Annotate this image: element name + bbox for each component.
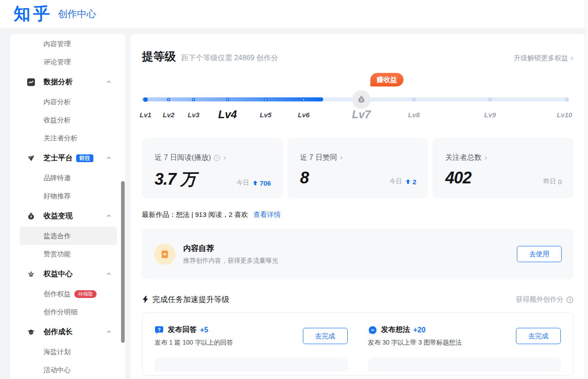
sidebar-section-label: 数据分析 [44, 77, 73, 87]
sidebar-item-content-manage[interactable]: 内容管理 [19, 35, 117, 53]
help-circle-icon[interactable]: ? [214, 154, 220, 161]
sidebar-section-label: 权益中心 [44, 269, 73, 279]
level-label-lv2: Lv2 [163, 111, 175, 119]
main-panel: 提等级 距下个等级仅需 24869 创作分 升级解锁更多权益 › 赚收益 ¥ L… [131, 34, 585, 379]
svg-text:?: ? [158, 327, 161, 332]
task-points: +20 [413, 326, 426, 334]
upgrade-link[interactable]: 升级解锁更多权益 › [514, 54, 573, 62]
sidebar-item-label: 品牌特邀 [44, 174, 71, 182]
level-label-lv7: Lv7 [352, 108, 370, 121]
sidebar-section-data-analysis[interactable]: 数据分析 [10, 71, 125, 93]
content-recommend-icon [154, 244, 175, 265]
question-circle-icon[interactable]: ? [564, 296, 573, 303]
sidebar-item-salt-select[interactable]: 盐选合作 [19, 227, 117, 245]
task-title: 发布回答 [168, 325, 197, 335]
money-bag-icon: ¥ [27, 212, 35, 220]
latest-work-row: 最新作品：想法 | 913 阅读，2 喜欢 查看详情 [142, 211, 573, 219]
page-title: 提等级 [142, 49, 176, 64]
level-label-lv8: Lv8 [408, 111, 420, 119]
sidebar-section-rights-center[interactable]: 权益中心 [10, 263, 125, 285]
task-panel: ? 发布回答 +5 发布 1 篇 100 字以上的回答 去完成 ∞ 发布想法 [142, 312, 573, 376]
svg-text:?: ? [569, 297, 571, 302]
grad-cap-icon [27, 328, 35, 336]
sidebar-item-creation-score-detail[interactable]: 创作分明细 [19, 303, 117, 321]
stat-value: 402 [445, 168, 471, 187]
sidebar-scrollbar-thumb[interactable] [121, 181, 125, 343]
task-points: +5 [200, 326, 208, 334]
sidebar-item-creation-rights[interactable]: 创作权益 待领取 [19, 285, 117, 303]
sidebar-item-label: 内容管理 [44, 40, 71, 48]
sidebar-item-revenue-analysis[interactable]: 收益分析 [19, 111, 117, 129]
earn-income-badge: 赚收益 [370, 73, 403, 86]
sidebar-item-label: 创作分明细 [44, 308, 78, 317]
go-complete-button[interactable]: 去完成 [516, 328, 561, 344]
page-scrollbar[interactable] [585, 0, 588, 379]
stat-card-upvotes[interactable]: 近 7 日赞同 › 8 今日 2 [287, 138, 428, 198]
level-subtitle: 距下个等级仅需 24869 创作分 [181, 53, 278, 63]
level-label-lv6: Lv6 [298, 111, 310, 119]
sidebar-item-content-analysis[interactable]: 内容分析 [19, 93, 117, 111]
view-details-link[interactable]: 查看详情 [253, 211, 281, 219]
sidebar-item-comment-manage[interactable]: 评论管理 [19, 53, 117, 71]
go-badge[interactable]: 前往 [76, 154, 93, 162]
chevron-up-icon[interactable] [106, 79, 112, 85]
sidebar-item-goods-recommend[interactable]: 好物推荐 [19, 187, 117, 205]
upgrade-link-label: 升级解锁更多权益 [514, 54, 568, 62]
sidebar-item-follower-analysis[interactable]: 关注者分析 [19, 129, 117, 147]
task-section-header: 完成任务加速提升等级 获得额外创作分 ? [142, 294, 573, 305]
level-label-lv5: Lv5 [260, 111, 272, 119]
sidebar-item-brand-invite[interactable]: 品牌特邀 [19, 169, 117, 187]
level-dot-lv6 [302, 98, 306, 101]
latest-work-text: 最新作品：想法 | 913 阅读，2 喜欢 [142, 211, 248, 219]
sidebar-section-creator-growth[interactable]: 创作成长 [10, 321, 125, 343]
level-dot-lv4 [226, 98, 229, 101]
delta-label: 今日 [389, 178, 402, 186]
chevron-up-icon[interactable] [106, 155, 112, 161]
sidebar-section-label: 芝士平台 [44, 154, 73, 163]
level-label-lv10: Lv10 [557, 111, 572, 119]
svg-text:∞: ∞ [371, 327, 374, 332]
flower-icon [27, 270, 35, 278]
sidebar-section-label: 收益变现 [44, 211, 73, 221]
stat-cards: 近 7 日阅读(播放) ? › 3.7 万 今日 706 近 7 日赞同 [142, 138, 573, 198]
sidebar-item-label: 评论管理 [44, 58, 71, 67]
chevron-right-icon: › [223, 154, 226, 162]
stat-card-title: 近 7 日阅读(播放) [155, 153, 211, 163]
stat-card-followers[interactable]: 关注者总数 › 402 昨日 0 [432, 138, 573, 198]
sidebar-section-monetization[interactable]: ¥ 收益变现 [10, 205, 125, 227]
arrow-up-icon [405, 179, 411, 184]
stat-value: 8 [300, 168, 309, 187]
delta-value: 706 [260, 179, 271, 187]
sidebar-item-reward-feature[interactable]: 赞赏功能 [19, 245, 117, 263]
top-header: 知乎 创作中心 [0, 0, 588, 29]
level-dot-lv5 [264, 98, 267, 101]
level-dot-lv9 [488, 97, 492, 101]
chart-icon [27, 78, 35, 86]
chevron-up-icon[interactable] [106, 329, 112, 335]
stat-card-title: 近 7 日赞同 [300, 153, 337, 163]
lightning-icon [142, 296, 149, 303]
go-complete-button[interactable]: 去完成 [303, 328, 348, 344]
sidebar-item-label: 好物推荐 [44, 192, 71, 201]
stat-card-title: 关注者总数 [445, 153, 481, 163]
sidebar-item-sea-salt-plan[interactable]: 海盐计划 [19, 343, 117, 361]
sidebar-item-label: 海盐计划 [44, 348, 71, 356]
money-bag-milestone-icon: ¥ [352, 90, 371, 109]
sidebar-item-activity-center[interactable]: 活动中心 [19, 361, 117, 379]
sidebar: 内容管理 评论管理 数据分析 内容分析 收益分析 关注者分析 芝士平台 前往 品… [10, 34, 125, 379]
use-now-button[interactable]: 去使用 [517, 246, 562, 262]
chevron-up-icon[interactable] [106, 271, 112, 277]
app-title: 创作中心 [58, 8, 96, 20]
sidebar-item-label: 盐选合作 [44, 232, 71, 240]
zhihu-logo[interactable]: 知乎 [14, 3, 53, 25]
sidebar-section-cheese-platform[interactable]: 芝士平台 前往 [10, 147, 125, 169]
delta-value: 0 [558, 178, 562, 186]
task-desc: 发布 1 篇 100 字以上的回答 [155, 339, 233, 347]
progress-track: ¥ [142, 97, 569, 101]
level-label-lv4-current: Lv4 [218, 108, 237, 121]
svg-text:?: ? [216, 156, 219, 160]
sidebar-item-label: 关注者分析 [44, 134, 78, 143]
arrow-up-icon [253, 180, 258, 186]
stat-card-reads[interactable]: 近 7 日阅读(播放) ? › 3.7 万 今日 706 [142, 138, 283, 198]
chevron-up-icon[interactable] [106, 213, 112, 219]
